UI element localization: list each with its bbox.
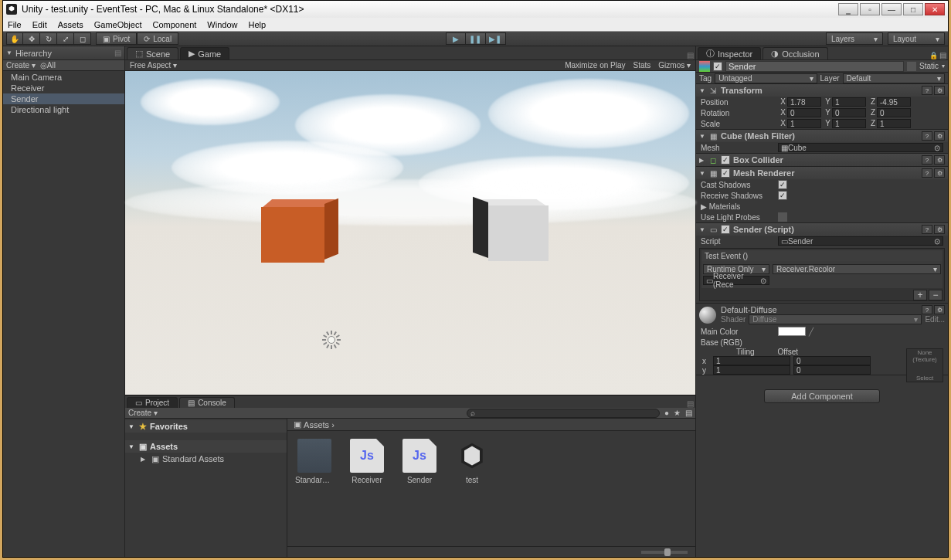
hierarchy-item[interactable]: Receiver — [3, 83, 124, 93]
layout-dropdown[interactable]: Layout▾ — [888, 32, 945, 45]
play-button[interactable]: ▶ — [446, 32, 466, 45]
materials-foldout[interactable]: ▶ Materials — [701, 202, 775, 211]
material-edit-button[interactable]: Edit... — [925, 315, 945, 324]
component-transform-header[interactable]: ▼ ⇲ Transform ?⚙ — [696, 84, 948, 97]
layout-toggle-icon[interactable]: ▤ — [685, 409, 692, 417]
position-x-field[interactable]: 1.78 — [787, 97, 821, 107]
event-target-field[interactable]: ▭ Receiver (Rece ⊙ — [703, 276, 769, 285]
tool-hand-button[interactable]: ✋ — [6, 32, 23, 45]
panel-options-icon[interactable]: ▤ — [687, 399, 694, 408]
component-meshrenderer-header[interactable]: ▼▦ ✓ Mesh Renderer ?⚙ — [696, 167, 948, 179]
asset-item[interactable]: Js Sender — [400, 439, 439, 484]
help-icon[interactable]: ? — [922, 305, 932, 314]
project-search-input[interactable]: ⌕ — [467, 409, 660, 418]
gear-icon[interactable]: ⚙ — [934, 225, 945, 234]
tiling-y-field[interactable]: 1 — [713, 365, 790, 375]
shader-dropdown[interactable]: Diffuse▾ — [749, 314, 922, 324]
component-boxcollider-header[interactable]: ▶◻ ✓ Box Collider ?⚙ — [696, 154, 948, 166]
component-meshfilter-header[interactable]: ▼▦ Cube (Mesh Filter) ?⚙ — [696, 130, 948, 142]
tab-inspector[interactable]: ⓘInspector — [698, 47, 761, 59]
tool-scale-button[interactable]: ⤢ — [57, 32, 74, 45]
scale-x-field[interactable]: 1 — [787, 119, 821, 128]
menu-help[interactable]: Help — [248, 20, 266, 29]
pause-button[interactable]: ❚❚ — [466, 32, 486, 45]
rotation-x-field[interactable]: 0 — [787, 108, 821, 117]
castshadows-checkbox[interactable]: ✓ — [778, 180, 787, 189]
help-icon[interactable]: ? — [922, 86, 932, 95]
game-viewport[interactable] — [125, 71, 695, 395]
help-icon[interactable]: ? — [922, 225, 932, 234]
gear-icon[interactable]: ⚙ — [934, 131, 945, 141]
hierarchy-item[interactable]: Main Camera — [3, 72, 124, 83]
panel-options-icon[interactable]: ▤ — [687, 51, 694, 59]
menu-gameobject[interactable]: GameObject — [94, 20, 142, 29]
tool-rotate-button[interactable]: ↻ — [40, 32, 57, 45]
hierarchy-create-dropdown[interactable]: Create ▾ — [6, 61, 36, 70]
rotation-y-field[interactable]: 0 — [832, 108, 866, 117]
menu-file[interactable]: File — [8, 20, 22, 29]
object-name-input[interactable] — [725, 61, 904, 72]
gear-icon[interactable]: ⚙ — [934, 86, 945, 95]
rotation-z-field[interactable]: 0 — [877, 108, 911, 117]
window-close-button[interactable]: ✕ — [925, 3, 945, 15]
hierarchy-panel-header[interactable]: ▼ Hierarchy ▤ — [3, 46, 124, 60]
offset-y-field[interactable]: 0 — [793, 365, 871, 375]
scale-y-field[interactable]: 1 — [832, 119, 866, 128]
panel-options-icon[interactable]: ▤ — [939, 51, 946, 59]
stats-toggle[interactable]: Stats — [633, 61, 651, 70]
handle-local-toggle[interactable]: ⟳Local — [137, 32, 178, 45]
favorites-header[interactable]: ▼★Favorites — [125, 420, 287, 433]
gear-icon[interactable]: ⚙ — [934, 168, 945, 178]
tiling-x-field[interactable]: 1 — [713, 356, 790, 365]
menu-component[interactable]: Component — [152, 20, 196, 29]
window-minimize-small-button[interactable]: ‗ — [838, 3, 858, 15]
menu-assets[interactable]: Assets — [58, 20, 83, 29]
component-script-header[interactable]: ▼▭ ✓ Sender (Script) ?⚙ — [696, 223, 948, 236]
script-enabled-checkbox[interactable]: ✓ — [721, 225, 730, 234]
meshrenderer-enabled-checkbox[interactable]: ✓ — [721, 168, 730, 178]
gear-icon[interactable]: ⚙ — [934, 155, 945, 165]
tag-dropdown[interactable]: Untagged▾ — [715, 73, 817, 83]
event-remove-button[interactable]: − — [929, 290, 943, 300]
layers-dropdown[interactable]: Layers▾ — [826, 32, 883, 45]
add-component-button[interactable]: Add Component — [764, 389, 880, 403]
mesh-field[interactable]: ▦ Cube⊙ — [778, 143, 943, 152]
hierarchy-filter-all[interactable]: ◎All — [40, 61, 56, 70]
tool-move-button[interactable]: ✥ — [23, 32, 40, 45]
help-icon[interactable]: ? — [922, 131, 932, 141]
handle-pivot-toggle[interactable]: ▣Pivot — [96, 32, 137, 45]
event-callback-dropdown[interactable]: Receiver.Recolor▾ — [773, 264, 941, 274]
lightprobes-checkbox[interactable] — [778, 212, 787, 222]
lock-icon[interactable]: 🔒 — [929, 52, 938, 59]
aspect-dropdown[interactable]: Free Aspect ▾ — [130, 61, 177, 70]
static-checkbox[interactable] — [907, 62, 916, 71]
gizmos-dropdown[interactable]: Gizmos ▾ — [658, 61, 691, 70]
save-search-icon[interactable]: ★ — [674, 409, 681, 417]
window-minimize-button[interactable]: — — [881, 3, 902, 15]
scale-z-field[interactable]: 1 — [877, 119, 911, 128]
tree-item-standard-assets[interactable]: ▶▣Standard Assets — [125, 453, 287, 465]
position-z-field[interactable]: -4.95 — [877, 97, 911, 107]
layer-dropdown[interactable]: Default▾ — [843, 73, 945, 83]
tool-rect-button[interactable]: ◻ — [74, 32, 91, 45]
help-icon[interactable]: ? — [922, 155, 932, 165]
panel-options-icon[interactable]: ▤ — [114, 49, 121, 57]
assets-root-header[interactable]: ▼▣Assets — [125, 440, 287, 453]
window-maximize-button[interactable]: □ — [903, 3, 923, 15]
texture-slot[interactable]: None (Texture)Select — [906, 348, 943, 382]
project-create-dropdown[interactable]: Create ▾ — [128, 409, 158, 417]
project-breadcrumb[interactable]: ▣ Assets › — [287, 419, 695, 431]
menu-window[interactable]: Window — [207, 20, 237, 29]
hierarchy-item[interactable]: Directional light — [3, 104, 124, 115]
asset-item[interactable]: Js Receiver — [348, 439, 386, 484]
asset-item[interactable]: Standard A.. — [295, 439, 334, 484]
asset-item[interactable]: test — [453, 439, 491, 484]
step-button[interactable]: ▶❚ — [486, 32, 506, 45]
active-checkbox[interactable]: ✓ — [713, 62, 722, 71]
filter-icon[interactable]: ● — [664, 409, 669, 417]
tab-console[interactable]: ▤Console — [179, 397, 235, 408]
offset-x-field[interactable]: 0 — [793, 356, 871, 365]
gear-icon[interactable]: ⚙ — [934, 305, 945, 314]
tab-project[interactable]: ▭Project — [127, 397, 178, 408]
event-add-button[interactable]: + — [913, 290, 927, 300]
